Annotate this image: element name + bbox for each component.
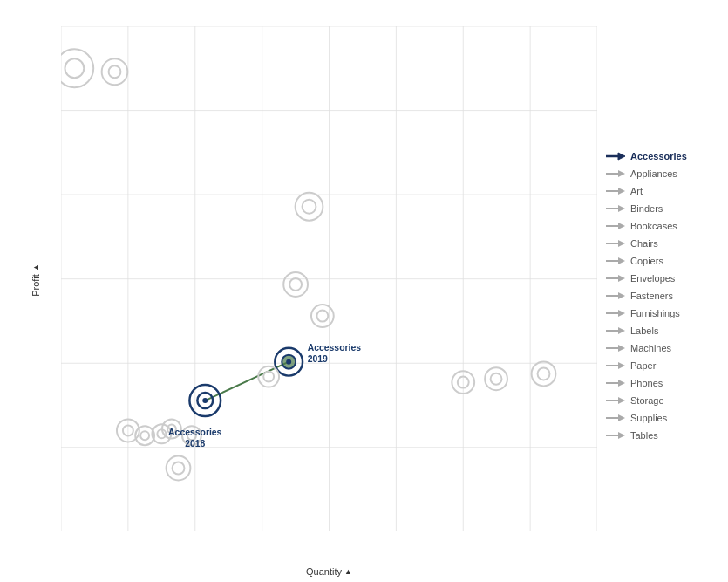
tables-arrow-icon (606, 430, 625, 441)
svg-point-70 (491, 373, 502, 385)
legend-label-furnishings: Furnishings (630, 308, 680, 318)
svg-point-33 (65, 58, 84, 78)
legend-item-tables[interactable]: Tables (606, 428, 719, 443)
appliances-arrow-icon (606, 168, 625, 179)
legend-item-copiers[interactable]: Copiers (606, 253, 719, 269)
svg-point-51 (202, 398, 208, 403)
svg-point-62 (289, 278, 302, 291)
legend-label-labels: Labels (630, 325, 658, 336)
art-arrow-icon (606, 186, 625, 196)
fasteners-arrow-icon (606, 291, 625, 301)
legend-item-paper[interactable]: Paper (606, 358, 719, 373)
y-axis-label: Profit ▲ (31, 264, 41, 297)
legend-item-storage[interactable]: Storage (606, 393, 719, 408)
svg-marker-80 (618, 205, 625, 212)
x-axis-label: Quantity ▲ (61, 566, 597, 577)
svg-marker-84 (618, 240, 625, 247)
legend-label-phones: Phones (630, 378, 663, 388)
furnishings-arrow-icon (606, 308, 625, 318)
bookcases-arrow-icon (606, 221, 625, 231)
svg-marker-106 (618, 432, 625, 439)
svg-marker-92 (618, 310, 625, 317)
svg-text:Accessories: Accessories (308, 343, 361, 353)
accessories-arrow-icon (606, 151, 625, 161)
svg-point-66 (316, 311, 328, 322)
svg-marker-86 (618, 257, 625, 264)
svg-point-69 (485, 367, 507, 390)
paper-arrow-icon (606, 360, 625, 371)
legend-label-chairs: Chairs (630, 238, 658, 249)
chart-svg: 25K 20K 15K 10K 5K 0K −5K 0 100 200 300 … (61, 26, 597, 531)
phones-arrow-icon (606, 378, 625, 388)
svg-point-61 (283, 272, 308, 297)
envelopes-arrow-icon (606, 273, 625, 284)
svg-marker-82 (618, 223, 625, 229)
svg-marker-100 (618, 380, 625, 387)
svg-marker-76 (618, 170, 625, 177)
svg-marker-96 (618, 345, 625, 352)
legend-label-fasteners: Fasteners (630, 291, 673, 301)
svg-marker-94 (618, 327, 625, 334)
legend-item-art[interactable]: Art (606, 183, 719, 199)
legend-item-accessories[interactable]: Accessories (606, 148, 719, 164)
storage-arrow-icon (606, 395, 625, 406)
svg-point-54 (286, 359, 291, 365)
chairs-arrow-icon (606, 238, 625, 249)
legend-label-binders: Binders (630, 203, 663, 214)
labels-arrow-icon (606, 325, 625, 336)
svg-point-32 (61, 49, 93, 87)
legend-label-bookcases: Bookcases (630, 221, 677, 231)
svg-text:Accessories: Accessories (168, 428, 221, 437)
legend-item-bookcases[interactable]: Bookcases (606, 218, 719, 234)
legend-item-binders[interactable]: Binders (606, 201, 719, 216)
svg-point-64 (303, 200, 316, 214)
supplies-arrow-icon (606, 413, 625, 423)
legend-label-envelopes: Envelopes (630, 273, 675, 284)
legend-item-appliances[interactable]: Appliances (606, 166, 719, 181)
legend-label-art: Art (630, 186, 643, 196)
svg-point-63 (296, 193, 323, 221)
legend-item-supplies[interactable]: Supplies (606, 410, 719, 426)
svg-point-71 (532, 361, 556, 386)
copiers-arrow-icon (606, 256, 625, 266)
chart-container: Profit ▲ (0, 0, 728, 582)
legend-label-storage: Storage (630, 395, 664, 406)
svg-point-45 (173, 462, 185, 475)
svg-text:2019: 2019 (308, 354, 328, 364)
legend-label-paper: Paper (630, 360, 656, 371)
svg-point-72 (538, 367, 550, 380)
legend-label-appliances: Appliances (630, 168, 677, 179)
svg-point-39 (140, 431, 149, 440)
chart-area: Profit ▲ (17, 17, 597, 565)
svg-point-59 (258, 366, 279, 387)
svg-marker-104 (618, 414, 625, 421)
svg-marker-74 (618, 153, 625, 160)
legend-label-copiers: Copiers (630, 256, 663, 266)
svg-point-35 (109, 65, 121, 78)
svg-marker-98 (618, 362, 625, 369)
legend-label-supplies: Supplies (630, 413, 667, 423)
svg-marker-102 (618, 397, 625, 404)
legend-label-tables: Tables (630, 430, 658, 441)
svg-point-60 (263, 372, 274, 382)
legend-area: Accessories Appliances Art (597, 17, 719, 565)
svg-marker-78 (618, 188, 625, 195)
svg-marker-88 (618, 275, 625, 282)
legend-item-envelopes[interactable]: Envelopes (606, 270, 719, 286)
binders-arrow-icon (606, 203, 625, 214)
svg-point-44 (167, 456, 191, 481)
chart-plot-area: 25K 20K 15K 10K 5K 0K −5K 0 100 200 300 … (61, 26, 597, 531)
legend-item-labels[interactable]: Labels (606, 323, 719, 339)
svg-point-65 (311, 305, 334, 327)
machines-arrow-icon (606, 343, 625, 353)
legend-label-machines: Machines (630, 343, 671, 353)
svg-text:2018: 2018 (185, 439, 205, 448)
legend-item-chairs[interactable]: Chairs (606, 236, 719, 251)
legend-item-machines[interactable]: Machines (606, 340, 719, 356)
svg-point-34 (102, 58, 128, 85)
legend-item-phones[interactable]: Phones (606, 375, 719, 391)
svg-marker-90 (618, 292, 625, 299)
legend-item-fasteners[interactable]: Fasteners (606, 288, 719, 304)
legend-label-accessories: Accessories (630, 151, 687, 161)
legend-item-furnishings[interactable]: Furnishings (606, 305, 719, 321)
